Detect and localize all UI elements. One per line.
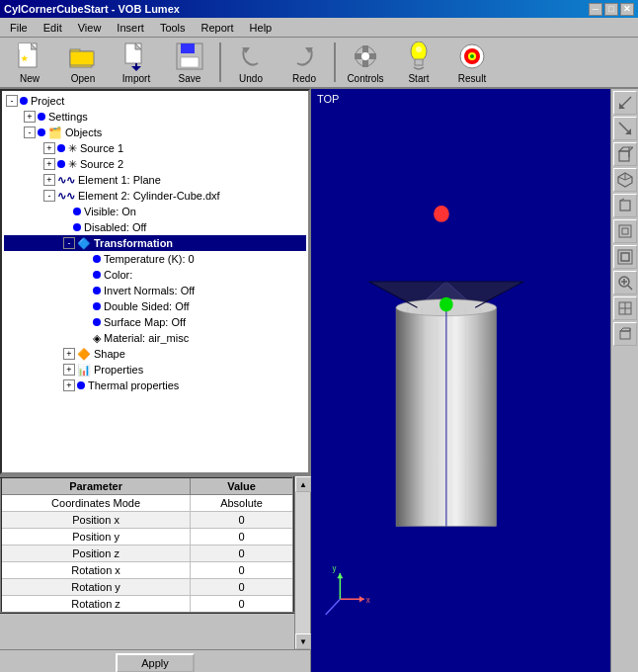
scroll-up-button[interactable]: ▲ <box>295 476 311 492</box>
dot-surfacemap <box>93 318 101 326</box>
tree-label-shape: Shape <box>94 348 125 360</box>
tree-label-color: Color: <box>104 269 132 281</box>
menu-edit[interactable]: Edit <box>38 20 68 36</box>
rt-arrow-nw[interactable] <box>613 91 637 115</box>
result-icon <box>456 41 488 71</box>
table-row[interactable]: Position z 0 <box>1 546 293 562</box>
expand-thermal[interactable]: + <box>63 379 75 391</box>
tree-item-shape[interactable]: + 🔶 Shape <box>4 346 306 362</box>
tree-item-doublesided[interactable]: Double Sided: Off <box>4 298 306 314</box>
start-icon <box>403 41 435 71</box>
expand-element2[interactable]: - <box>43 190 55 202</box>
tree-item-temperature[interactable]: Temperature (K): 0 <box>4 251 306 267</box>
tree-item-properties[interactable]: + 📊 Properties <box>4 362 306 378</box>
save-label: Save <box>179 73 201 84</box>
menu-help[interactable]: Help <box>244 20 279 36</box>
viewport[interactable]: TOP <box>311 89 610 672</box>
expand-source2[interactable]: + <box>43 158 55 170</box>
rt-cube-iso2[interactable] <box>613 194 637 217</box>
tree-view[interactable]: - Project + Settings - 🗂️ Objects + <box>0 89 310 474</box>
green-dot <box>439 297 453 312</box>
window-title: CylCornerCubeStart - VOB Lumex <box>4 3 180 15</box>
menu-view[interactable]: View <box>72 20 108 36</box>
tree-item-thermal[interactable]: + Thermal properties <box>4 378 306 393</box>
tree-item-source1[interactable]: + ✳ Source 1 <box>4 140 306 156</box>
scrollbar-vertical[interactable]: ▲ ▼ <box>294 476 310 649</box>
tree-item-transformation[interactable]: - 🔷 Transformation <box>4 235 306 251</box>
redo-button[interactable]: Redo <box>279 40 330 85</box>
menu-insert[interactable]: Insert <box>111 20 150 36</box>
svg-rect-64 <box>620 201 630 210</box>
prop-table-wrapper: Parameter Value Coordinates Mode Absolut… <box>0 476 294 649</box>
svg-text:y: y <box>333 564 338 573</box>
tree-item-material[interactable]: ◈ Material: air_misc <box>4 330 306 346</box>
dot-thermal <box>77 381 85 389</box>
tree-item-project[interactable]: - Project <box>4 93 306 109</box>
table-row[interactable]: Rotation z 0 <box>1 596 293 614</box>
rt-view-perspective[interactable] <box>613 322 637 346</box>
menu-report[interactable]: Report <box>196 20 240 36</box>
dot-doublesided <box>93 302 101 310</box>
expand-element1[interactable]: + <box>43 174 55 186</box>
table-row[interactable]: Rotation x 0 <box>1 562 293 579</box>
table-row[interactable]: Rotation y 0 <box>1 579 293 596</box>
expand-objects[interactable]: - <box>24 126 36 138</box>
param-pos-z: Position z <box>1 546 191 562</box>
rt-cube-iso3[interactable] <box>613 219 637 243</box>
tree-item-surfacemap[interactable]: Surface Map: Off <box>4 314 306 330</box>
result-button[interactable]: Result <box>446 40 498 85</box>
tree-label-visible: Visible: On <box>84 206 136 217</box>
rt-cube-front[interactable] <box>613 142 637 166</box>
tree-item-settings[interactable]: + Settings <box>4 109 306 125</box>
tree-item-objects[interactable]: - 🗂️ Objects <box>4 125 306 140</box>
tree-item-visible[interactable]: Visible: On <box>4 204 306 219</box>
tree-item-invert[interactable]: Invert Normals: Off <box>4 283 306 298</box>
menu-tools[interactable]: Tools <box>154 20 192 36</box>
expand-settings[interactable]: + <box>24 111 36 123</box>
expand-shape[interactable]: + <box>63 348 75 360</box>
new-button[interactable]: ★ New <box>4 40 55 85</box>
rt-arrow-ne[interactable] <box>613 117 637 140</box>
table-row[interactable]: Position y 0 <box>1 529 293 546</box>
rt-zoom-select[interactable] <box>613 245 637 269</box>
menu-bar: File Edit View Insert Tools Report Help <box>0 18 638 38</box>
table-row[interactable]: Position x 0 <box>1 512 293 529</box>
import-button[interactable]: Import <box>111 40 162 85</box>
expand-transformation[interactable]: - <box>63 237 75 249</box>
tree-item-element1[interactable]: + ∿∿ Element 1: Plane <box>4 172 306 188</box>
maximize-button[interactable]: □ <box>604 3 618 16</box>
tree-item-element2[interactable]: - ∿∿ Element 2: Cylinder-Cube.dxf <box>4 188 306 204</box>
open-button[interactable]: Open <box>57 40 109 85</box>
tree-item-source2[interactable]: + ✳ Source 2 <box>4 156 306 172</box>
shape-icon: 🔶 <box>77 348 91 361</box>
table-row[interactable]: Coordinates Mode Absolute <box>1 495 293 512</box>
controls-button[interactable]: Controls <box>340 40 391 85</box>
expand-project[interactable]: - <box>6 95 18 107</box>
svg-rect-23 <box>415 59 423 65</box>
separator-2 <box>334 42 336 82</box>
undo-button[interactable]: Undo <box>225 40 277 85</box>
rt-view-front[interactable] <box>613 296 637 320</box>
start-button[interactable]: Start <box>393 40 444 85</box>
svg-rect-70 <box>621 253 629 261</box>
svg-rect-67 <box>619 225 631 237</box>
rt-cube-iso1[interactable] <box>613 168 637 192</box>
menu-file[interactable]: File <box>4 20 34 36</box>
tree-item-disabled[interactable]: Disabled: Off <box>4 219 306 235</box>
col-header-param: Parameter <box>1 477 191 495</box>
scroll-down-button[interactable]: ▼ <box>295 633 311 649</box>
svg-point-21 <box>361 52 369 60</box>
left-panel: - Project + Settings - 🗂️ Objects + <box>0 89 311 672</box>
scroll-track[interactable] <box>295 492 310 633</box>
minimize-button[interactable]: ─ <box>589 3 602 16</box>
value-pos-y: 0 <box>191 529 293 546</box>
value-rot-y: 0 <box>191 579 293 596</box>
save-button[interactable]: Save <box>164 40 215 85</box>
close-button[interactable]: ✕ <box>620 3 634 16</box>
apply-button[interactable]: Apply <box>116 653 195 673</box>
expand-properties[interactable]: + <box>63 364 75 376</box>
dot-source1 <box>57 144 65 152</box>
rt-zoom-in[interactable] <box>613 271 637 294</box>
expand-source1[interactable]: + <box>43 142 55 154</box>
tree-item-color[interactable]: Color: <box>4 267 306 283</box>
